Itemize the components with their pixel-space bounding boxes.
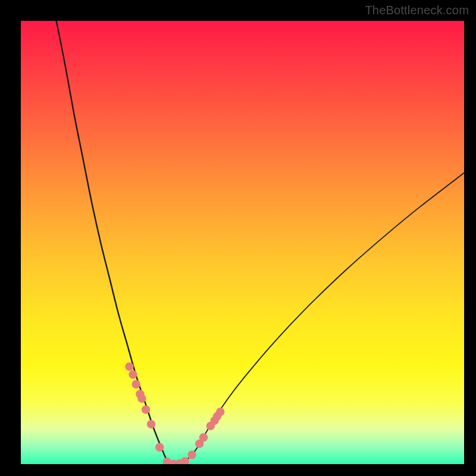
highlight-marker xyxy=(199,433,208,441)
highlight-marker xyxy=(187,450,196,459)
highlight-marker xyxy=(216,408,224,416)
curve-layer xyxy=(21,21,464,464)
marker-group xyxy=(125,362,224,464)
highlight-marker xyxy=(137,394,146,403)
highlight-marker xyxy=(142,405,150,414)
plot-area xyxy=(21,21,464,464)
highlight-marker xyxy=(147,420,155,428)
left-branch-curve xyxy=(57,21,172,464)
highlight-marker xyxy=(125,362,133,371)
highlight-marker xyxy=(129,370,137,378)
highlight-marker xyxy=(132,380,140,389)
highlight-marker xyxy=(155,443,164,451)
attribution-text: TheBottleneck.com xyxy=(365,4,469,17)
chart-frame: TheBottleneck.com xyxy=(0,0,476,476)
